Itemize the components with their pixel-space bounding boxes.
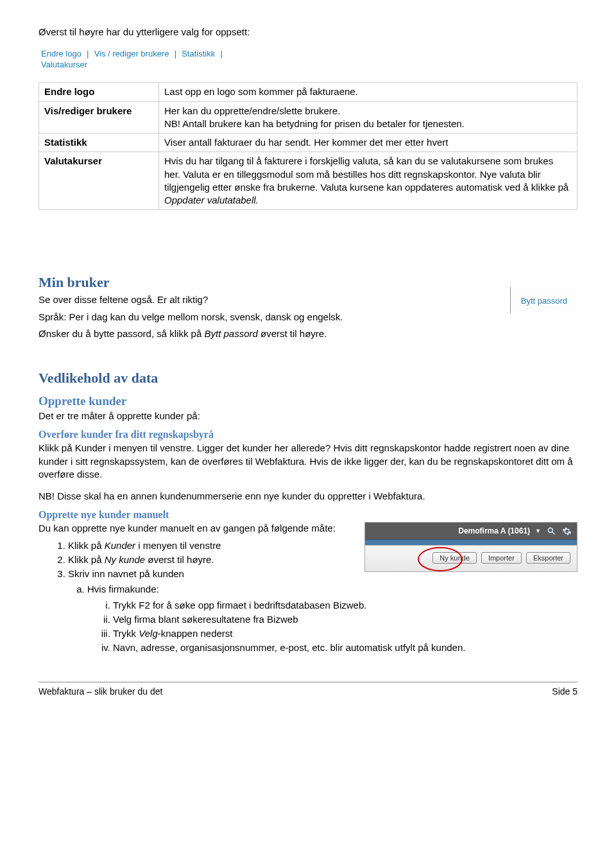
list-item: Skriv inn navnet på kunden Hvis firmakun… (68, 568, 578, 655)
heading-overfore-kunder: Overføre kunder fra ditt regnskapsbyrå (38, 429, 578, 440)
nav-separator: | (175, 49, 176, 58)
nav-link-endre-logo[interactable]: Endre logo (41, 49, 81, 58)
settings-nav-screenshot: Endre logo | Vis / rediger brukere | Sta… (38, 46, 268, 71)
svg-line-1 (552, 532, 555, 535)
body-text: Ønsker du å bytte passord, så klikk på B… (38, 327, 578, 340)
cell-text: Viser antall fakturaer du har sendt. Her… (159, 134, 578, 152)
cell-text: Last opp en logo som kommer på fakturaen… (159, 83, 578, 101)
body-text: Språk: Per i dag kan du velge mellom nor… (38, 311, 578, 324)
list-item: Hvis firmakunde: Trykk F2 for å søke opp… (87, 583, 578, 654)
settings-description-table: Endre logo Last opp en logo som kommer p… (38, 82, 578, 210)
search-icon[interactable] (546, 526, 556, 536)
nb-note: NB! Disse skal ha en annen kundenummerse… (38, 490, 578, 503)
svg-point-0 (548, 528, 552, 533)
toolbar-screenshot: Demofirma A (1061) ▼ Ny kunde Importer E… (364, 522, 578, 572)
chevron-down-icon[interactable]: ▼ (535, 528, 541, 534)
heading-opprette-kunder: Opprette kunder (38, 394, 578, 408)
cell-label: Statistikk (39, 134, 159, 152)
footer-left: Webfaktura – slik bruker du det (38, 686, 163, 697)
bytt-passord-screenshot: Bytt passord (510, 287, 578, 313)
heading-opprette-manuelt: Opprette nye kunder manuelt (38, 509, 578, 521)
eksporter-button[interactable]: Eksporter (526, 552, 570, 564)
nav-separator: | (220, 49, 222, 58)
gear-icon[interactable] (561, 526, 572, 536)
body-text: Se over disse feltene også. Er alt rikti… (38, 293, 578, 306)
cell-text: Her kan du opprette/endre/slette brukere… (159, 101, 578, 134)
heading-min-bruker: Min bruker (38, 274, 578, 291)
nav-link-vis-rediger-brukere[interactable]: Vis / rediger brukere (94, 49, 169, 58)
table-row: Vis/rediger brukere Her kan du opprette/… (39, 101, 578, 134)
cell-label: Vis/rediger brukere (39, 101, 159, 134)
table-row: Valutakurser Hvis du har tilgang til å f… (39, 152, 578, 210)
nav-separator: | (87, 49, 89, 58)
list-item: Trykk F2 for å søke opp firmaet i bedrif… (113, 599, 578, 612)
list-item: Navn, adresse, organisasjonsnummer, e-po… (113, 641, 578, 654)
table-row: Endre logo Last opp en logo som kommer p… (39, 83, 578, 101)
nav-link-valutakurser[interactable]: Valutakurser (41, 60, 87, 69)
body-text: Klikk på Kunder i menyen til venstre. Li… (38, 442, 578, 481)
page-footer: Webfaktura – slik bruker du det Side 5 (38, 682, 578, 697)
list-item: Trykk Velg-knappen nederst (113, 627, 578, 640)
footer-right: Side 5 (552, 686, 578, 697)
body-text: Det er tre måter å opprette kunder på: (38, 410, 578, 422)
table-row: Statistikk Viser antall fakturaer du har… (39, 134, 578, 152)
nav-link-statistikk[interactable]: Statistikk (182, 49, 215, 58)
company-title: Demofirma A (1061) (458, 526, 530, 535)
list-item: Velg firma blant søkeresultatene fra Biz… (113, 613, 578, 626)
bytt-passord-link[interactable]: Bytt passord (521, 296, 567, 306)
intro-text: Øverst til høyre har du ytterligere valg… (38, 26, 578, 39)
cell-label: Valutakurser (39, 152, 159, 210)
cell-text: Hvis du har tilgang til å fakturere i fo… (159, 152, 578, 210)
importer-button[interactable]: Importer (481, 552, 522, 564)
cell-label: Endre logo (39, 83, 159, 101)
heading-vedlikehold: Vedlikehold av data (38, 370, 578, 386)
red-circle-annotation (418, 547, 463, 571)
